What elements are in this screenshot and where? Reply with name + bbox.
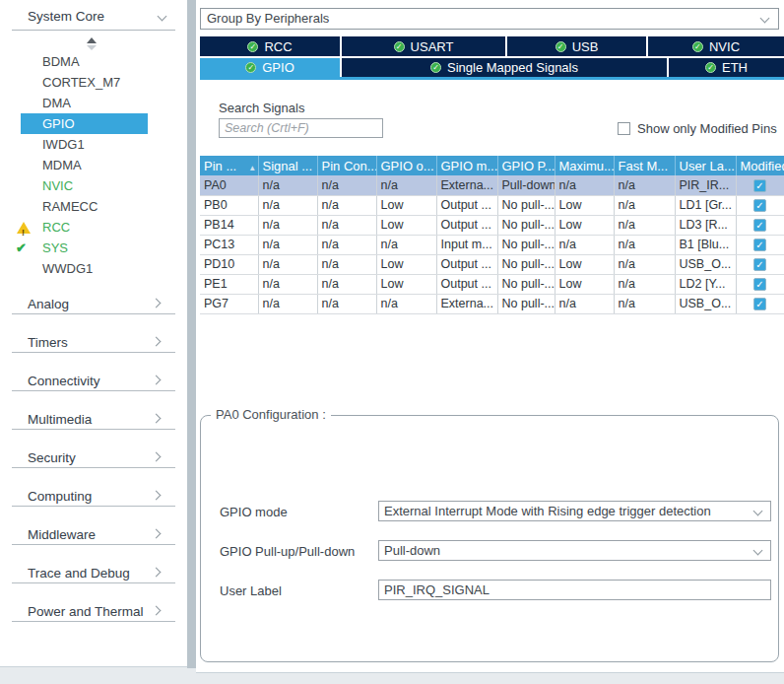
table-cell[interactable]: n/a [614,274,675,294]
table-cell[interactable]: PC13 [200,235,258,254]
table-cell-modified[interactable] [736,274,784,294]
table-cell[interactable]: n/a [317,274,376,294]
sidebar-item-cortex-m7[interactable]: CORTEX_M7 [0,72,187,93]
table-cell[interactable]: n/a [376,235,436,254]
column-header-pin[interactable]: Pin ... [200,156,258,175]
table-cell[interactable]: No pull-... [497,294,555,313]
table-cell[interactable]: Low [555,274,614,294]
table-cell[interactable]: B1 [Blu... [675,235,736,254]
table-cell[interactable]: No pull-... [497,195,555,215]
sidebar-item-sys[interactable]: ✔SYS [0,238,187,258]
table-cell[interactable]: PB0 [200,195,258,215]
table-cell[interactable]: Low [555,195,614,215]
group-by-dropdown[interactable]: Group By Peripherals [200,8,779,30]
tab-nvic[interactable]: NVIC [648,36,784,56]
table-cell-modified[interactable] [736,195,784,215]
table-cell[interactable]: n/a [317,215,376,235]
sidebar-item-wwdg1[interactable]: WWDG1 [0,258,187,279]
sidebar-category-analog[interactable]: Analog [0,288,187,326]
column-header-user-label[interactable]: User La... [675,156,736,175]
table-cell[interactable]: No pull-... [497,235,555,254]
modified-checkbox-checked[interactable] [753,258,766,271]
table-cell[interactable]: n/a [317,235,376,254]
checkbox-unchecked[interactable] [618,122,630,135]
user-label-input[interactable] [378,580,771,600]
table-cell[interactable]: USB_O... [675,294,736,313]
sidebar-category-security[interactable]: Security [0,442,187,480]
sidebar-item-rcc[interactable]: RCC [0,217,187,238]
table-cell[interactable]: n/a [614,215,675,235]
show-only-modified-filter[interactable]: Show only Modified Pins [618,121,783,136]
column-header-fast-mode[interactable]: Fast M... [614,156,675,175]
table-cell[interactable]: Externa... [436,294,497,313]
table-cell[interactable]: n/a [555,175,614,195]
table-cell[interactable]: No pull-... [497,274,555,294]
modified-checkbox-checked[interactable] [753,239,766,251]
sidebar-category-connectivity[interactable]: Connectivity [0,365,187,403]
table-cell[interactable]: Low [376,274,436,294]
table-cell[interactable]: n/a [317,254,376,274]
table-cell[interactable]: Low [555,254,614,274]
table-cell[interactable]: PA0 [200,175,258,195]
table-cell[interactable]: PB14 [200,215,258,235]
sidebar-category-trace-and-debug[interactable]: Trace and Debug [0,557,187,595]
table-cell[interactable]: Input m... [436,235,497,254]
sidebar-category-timers[interactable]: Timers [0,326,187,365]
table-cell[interactable]: n/a [376,294,436,313]
table-cell[interactable]: n/a [258,254,317,274]
list-sort-icon[interactable] [87,37,97,49]
table-cell[interactable]: Low [376,215,436,235]
table-cell[interactable]: Output ... [436,195,497,215]
table-cell[interactable]: Low [555,215,614,235]
table-cell[interactable]: n/a [555,294,614,313]
table-cell[interactable]: LD2 [Y... [675,274,736,294]
sidebar-item-dma[interactable]: DMA [0,93,187,113]
column-header-pin-context[interactable]: Pin Con... [317,156,376,175]
table-cell[interactable]: n/a [376,175,436,195]
table-cell[interactable]: n/a [258,195,317,215]
search-input[interactable] [219,118,383,138]
modified-checkbox-checked[interactable] [753,179,766,192]
table-row-pb14[interactable]: PB14 n/a n/a Low Output ... No pull-... … [200,215,784,235]
gpio-mode-select[interactable]: External Interrupt Mode with Rising edge… [378,501,771,521]
tab-single-mapped-signals[interactable]: Single Mapped Signals [342,58,667,77]
sidebar-category-middleware[interactable]: Middleware [0,518,187,557]
table-cell[interactable]: PE1 [200,274,258,294]
table-cell-modified[interactable] [736,235,784,254]
modified-checkbox-checked[interactable] [753,298,766,310]
table-cell[interactable]: n/a [258,235,317,254]
table-cell[interactable]: No pull-... [497,215,555,235]
sidebar-item-ramecc[interactable]: RAMECC [0,196,187,217]
table-cell[interactable]: USB_O... [675,254,736,274]
table-cell[interactable]: No pull-... [497,254,555,274]
tab-usart[interactable]: USART [342,36,505,56]
column-header-gpio-output[interactable]: GPIO o... [376,156,436,175]
sidebar-item-iwdg1[interactable]: IWDG1 [0,134,187,155]
table-cell[interactable]: n/a [258,175,317,195]
sidebar-section-system-core[interactable]: System Core [28,9,165,24]
modified-checkbox-checked[interactable] [753,199,766,212]
table-cell[interactable]: LD3 [R... [675,215,736,235]
column-header-max-speed[interactable]: Maximu... [555,156,614,175]
tab-usb[interactable]: USB [507,36,646,56]
table-cell[interactable]: n/a [258,274,317,294]
modified-checkbox-checked[interactable] [753,219,766,232]
table-row-pg7[interactable]: PG7 n/a n/a n/a Externa... No pull-... n… [200,294,784,313]
table-cell[interactable]: n/a [614,175,675,195]
modified-checkbox-checked[interactable] [753,278,766,291]
table-cell[interactable]: n/a [614,254,675,274]
table-cell[interactable]: Output ... [436,215,497,235]
tab-eth[interactable]: ETH [669,58,784,77]
table-row-pa0[interactable]: PA0 n/a n/a n/a Externa... Pull-down n/a… [200,175,784,195]
gpio-pull-select[interactable]: Pull-down [378,540,771,561]
column-header-gpio-mode[interactable]: GPIO m... [436,156,497,175]
table-cell[interactable]: n/a [614,235,675,254]
table-cell[interactable]: n/a [614,294,675,313]
column-header-signal[interactable]: Signal ... [258,156,317,175]
table-cell[interactable]: PIR_IR... [675,175,736,195]
table-cell[interactable]: PG7 [200,294,258,313]
table-cell[interactable]: Pull-down [497,175,555,195]
table-cell[interactable]: n/a [317,294,376,313]
tab-gpio[interactable]: GPIO [200,58,340,77]
table-cell-modified[interactable] [736,215,784,235]
